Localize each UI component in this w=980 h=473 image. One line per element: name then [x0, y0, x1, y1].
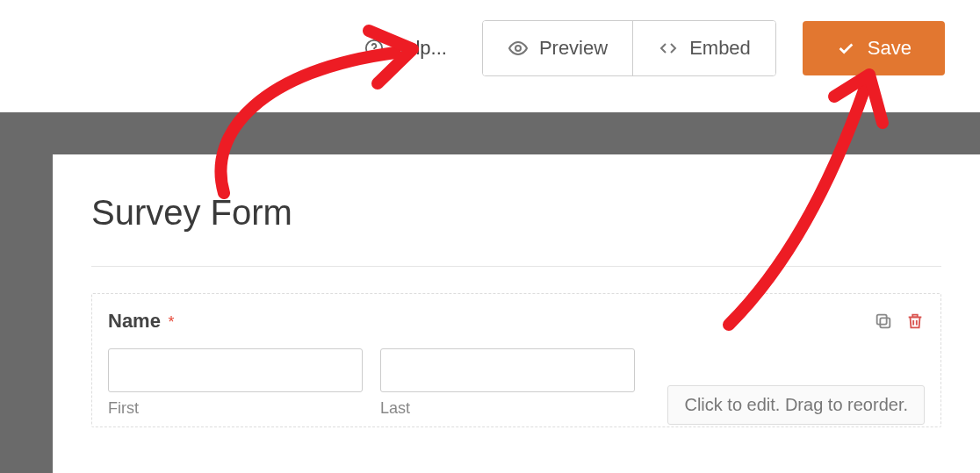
last-name-sublabel: Last — [380, 399, 635, 418]
preview-button[interactable]: Preview — [483, 21, 632, 75]
editor-chrome-side — [0, 112, 53, 473]
name-field-block[interactable]: Name * — [91, 293, 941, 427]
required-asterisk: * — [168, 313, 174, 331]
svg-point-2 — [515, 46, 521, 51]
last-name-col: Last — [380, 348, 635, 418]
form-panel: Survey Form Name * — [53, 154, 980, 473]
last-name-input[interactable] — [380, 348, 635, 392]
save-button[interactable]: Save — [803, 21, 945, 75]
svg-point-1 — [374, 52, 375, 53]
toolbar: Help... Preview Embed — [0, 0, 980, 97]
help-label: Help... — [391, 37, 447, 60]
divider — [91, 266, 941, 267]
save-label: Save — [868, 37, 912, 60]
first-name-col: First — [108, 348, 363, 418]
check-icon — [836, 39, 855, 58]
eye-icon — [508, 38, 529, 59]
form-title: Survey Form — [91, 193, 941, 233]
help-link[interactable]: Help... — [356, 32, 456, 65]
preview-label: Preview — [539, 37, 608, 60]
duplicate-button[interactable] — [874, 312, 893, 331]
svg-rect-4 — [877, 315, 887, 325]
field-label-row: Name * — [108, 310, 925, 333]
editor-chrome-top — [0, 112, 980, 154]
trash-icon — [905, 312, 925, 331]
name-field-label: Name — [108, 310, 161, 332]
field-label-wrap: Name * — [108, 310, 174, 333]
embed-label: Embed — [689, 37, 751, 60]
svg-rect-3 — [880, 318, 890, 327]
preview-embed-group: Preview Embed — [482, 20, 776, 76]
duplicate-icon — [874, 312, 893, 331]
field-actions — [874, 312, 925, 331]
embed-button[interactable]: Embed — [632, 21, 775, 75]
delete-button[interactable] — [905, 312, 925, 331]
code-icon — [658, 38, 679, 59]
first-name-input[interactable] — [108, 348, 363, 392]
first-name-sublabel: First — [108, 399, 363, 418]
help-icon — [364, 39, 384, 58]
edit-hint: Click to edit. Drag to reorder. — [667, 385, 925, 425]
